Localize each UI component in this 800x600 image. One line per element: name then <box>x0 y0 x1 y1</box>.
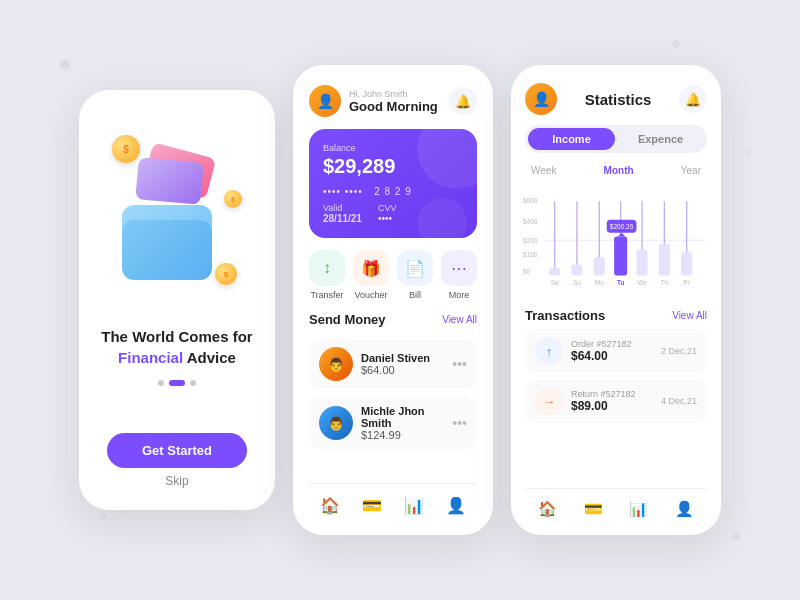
bar-mo <box>594 257 605 276</box>
action-transfer[interactable]: ↕ Transfer <box>309 250 345 300</box>
bottom-nav: 🏠 💳 📊 👤 <box>309 483 477 519</box>
list-item: 👨 Michle Jhon Smith $124.99 ••• <box>309 397 477 449</box>
transactions-header: Transactions View All <box>525 308 707 323</box>
send-money-view-all[interactable]: View All <box>442 314 477 325</box>
period-tabs: Week Month Year <box>525 163 707 178</box>
tab-income[interactable]: Income <box>528 128 615 150</box>
wallet-body <box>122 220 212 280</box>
nav-home-icon[interactable]: 🏠 <box>316 492 344 519</box>
period-week[interactable]: Week <box>525 163 562 178</box>
svg-text:We: We <box>637 279 647 286</box>
period-year[interactable]: Year <box>675 163 707 178</box>
notification-bell-stats-icon[interactable]: 🔔 <box>679 85 707 113</box>
svg-text:$0: $0 <box>523 268 531 275</box>
valid-date: Valid 28/11/21 <box>323 203 362 224</box>
bar-su <box>571 264 582 275</box>
nav-profile-icon[interactable]: 👤 <box>442 492 470 519</box>
svg-text:$800: $800 <box>523 197 538 204</box>
recipient-name: Michle Jhon Smith <box>361 405 444 429</box>
recipient-amount: $64.00 <box>361 364 444 376</box>
balance-card: Balance $29,289 •••• •••• 2 8 2 9 Valid … <box>309 129 477 238</box>
svg-text:$200: $200 <box>523 237 538 244</box>
voucher-label: Voucher <box>354 290 387 300</box>
skip-link[interactable]: Skip <box>165 474 188 488</box>
dashboard-header: 👤 Hi, John Smith Good Morning 🔔 <box>309 85 477 117</box>
recipient-avatar: 👨 <box>319 406 353 440</box>
more-options-icon[interactable]: ••• <box>452 415 467 431</box>
balance-label: Balance <box>323 143 463 153</box>
recipient-avatar: 👨 <box>319 347 353 381</box>
screen2-dashboard: 👤 Hi, John Smith Good Morning 🔔 Balance … <box>293 65 493 535</box>
action-more[interactable]: ⋯ More <box>441 250 477 300</box>
list-item: ↑ Order #527182 $64.00 2 Dec,21 <box>525 329 707 373</box>
transaction-right-icon: → <box>535 387 563 415</box>
transaction-amount: $64.00 <box>571 349 653 363</box>
transactions-section: Transactions View All ↑ Order #527182 $6… <box>525 308 707 478</box>
transfer-label: Transfer <box>310 290 343 300</box>
svg-text:Su: Su <box>573 279 581 286</box>
pagination-dots <box>101 380 252 386</box>
bar-sa <box>549 268 560 275</box>
title-highlight: Financial <box>118 349 183 366</box>
period-month[interactable]: Month <box>598 163 640 178</box>
transactions-view-all[interactable]: View All <box>672 310 707 321</box>
more-icon: ⋯ <box>441 250 477 286</box>
bottom-nav-stats: 🏠 💳 📊 👤 <box>525 488 707 521</box>
recipient-info: Daniel Stiven $64.00 <box>361 352 444 376</box>
title-line1: The World Comes for <box>101 328 252 345</box>
transactions-list: ↑ Order #527182 $64.00 2 Dec,21 → Return… <box>525 329 707 423</box>
more-options-icon[interactable]: ••• <box>452 356 467 372</box>
coin-icon: $ <box>224 190 242 208</box>
greeting-title: Good Morning <box>349 99 449 114</box>
transaction-amount: $89.00 <box>571 399 653 413</box>
cvv: CVV •••• <box>378 203 397 224</box>
send-money-header: Send Money View All <box>309 312 477 327</box>
svg-text:$100: $100 <box>523 251 538 258</box>
quick-actions: ↕ Transfer 🎁 Voucher 📄 Bill ⋯ More <box>309 250 477 300</box>
nav-profile-icon[interactable]: 👤 <box>672 497 697 521</box>
transaction-info: Order #527182 $64.00 <box>571 339 653 363</box>
nav-card-icon[interactable]: 💳 <box>581 497 606 521</box>
dot-3 <box>190 380 196 386</box>
recipient-amount: $124.99 <box>361 429 444 441</box>
svg-text:Fr: Fr <box>684 279 691 286</box>
tab-expence[interactable]: Expence <box>617 128 704 150</box>
voucher-icon: 🎁 <box>353 250 389 286</box>
transaction-up-icon: ↑ <box>535 337 563 365</box>
action-voucher[interactable]: 🎁 Voucher <box>353 250 389 300</box>
nav-home-icon[interactable]: 🏠 <box>535 497 560 521</box>
transactions-title: Transactions <box>525 308 605 323</box>
screen3-statistics: 👤 Statistics 🔔 Income Expence Week Month… <box>511 65 721 535</box>
header-greeting: Hi, John Smith Good Morning <box>341 89 449 114</box>
notification-bell-icon[interactable]: 🔔 <box>449 87 477 115</box>
card-details: Valid 28/11/21 CVV •••• <box>323 203 463 224</box>
transaction-id: Order #527182 <box>571 339 653 349</box>
transaction-id: Return #527182 <box>571 389 653 399</box>
recipient-info: Michle Jhon Smith $124.99 <box>361 405 444 441</box>
card-illustration <box>135 157 203 205</box>
svg-text:$200.26: $200.26 <box>610 223 634 230</box>
svg-marker-12 <box>618 233 625 237</box>
wallet-illustration: $ $ $ <box>107 130 247 290</box>
svg-text:Sa: Sa <box>551 279 559 286</box>
svg-text:$400: $400 <box>523 218 538 225</box>
transaction-info: Return #527182 $89.00 <box>571 389 653 413</box>
coin-icon: $ <box>215 263 237 285</box>
chart-svg: $800 $400 $200 $100 $0 <box>523 188 709 298</box>
get-started-button[interactable]: Get Started <box>107 433 247 468</box>
screens-container: $ $ $ The World Comes for Financial Advi… <box>79 65 721 535</box>
income-expence-tabs: Income Expence <box>525 125 707 153</box>
svg-text:Th: Th <box>661 279 669 286</box>
more-label: More <box>449 290 470 300</box>
dot-1 <box>158 380 164 386</box>
transfer-icon: ↕ <box>309 250 345 286</box>
bar-we <box>636 250 647 276</box>
nav-chart-icon[interactable]: 📊 <box>626 497 651 521</box>
nav-card-icon[interactable]: 💳 <box>358 492 386 519</box>
user-avatar-stats: 👤 <box>525 83 557 115</box>
action-bill[interactable]: 📄 Bill <box>397 250 433 300</box>
statistics-header: 👤 Statistics 🔔 <box>525 83 707 115</box>
title-rest: Advice <box>183 349 236 366</box>
list-item: → Return #527182 $89.00 4 Dec,21 <box>525 379 707 423</box>
nav-chart-icon[interactable]: 📊 <box>400 492 428 519</box>
